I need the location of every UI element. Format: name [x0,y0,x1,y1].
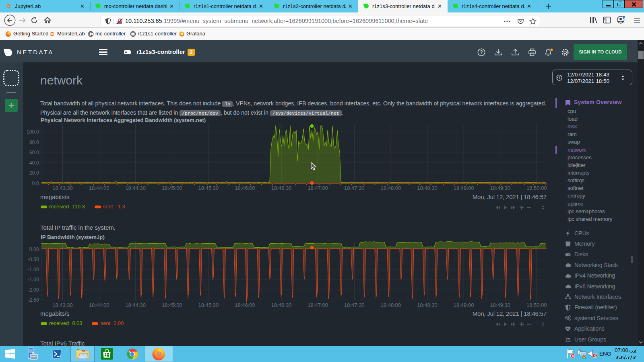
svg-text:18:49:00: 18:49:00 [454,185,474,191]
svg-text:18:46:00: 18:46:00 [235,302,255,308]
svg-text:18:43:30: 18:43:30 [52,302,73,308]
svg-text:-1.50: -1.50 [28,277,39,282]
svg-text:100.0: 100.0 [27,129,39,135]
svg-text:18:43:30: 18:43:30 [52,185,73,191]
svg-text:18:48:30: 18:48:30 [417,185,438,191]
svg-text:20.0: 20.0 [29,170,39,176]
svg-text:18:45:30: 18:45:30 [198,302,219,308]
svg-text:18:44:00: 18:44:00 [89,185,109,191]
svg-text:-2.50: -2.50 [28,297,39,303]
svg-text:18:45:00: 18:45:00 [162,185,182,191]
svg-text:40.0: 40.0 [29,160,39,166]
svg-text:18:48:00: 18:48:00 [381,185,401,191]
svg-text:18:45:30: 18:45:30 [198,185,219,191]
svg-text:18:44:30: 18:44:30 [125,185,146,191]
svg-text:18:44:30: 18:44:30 [125,302,146,308]
svg-text:18:49:30: 18:49:30 [490,185,510,191]
svg-text:-1.00: -1.00 [28,267,39,272]
svg-text:18:46:00: 18:46:00 [235,185,255,191]
svg-text:18:45:00: 18:45:00 [162,302,182,308]
svg-text:60.0: 60.0 [29,150,39,155]
svg-text:18:47:30: 18:47:30 [344,185,365,191]
svg-text:18:50:00: 18:50:00 [526,302,547,308]
svg-text:-0.50: -0.50 [28,257,39,262]
svg-text:-2.00: -2.00 [28,287,39,293]
svg-text:18:48:00: 18:48:00 [381,302,401,308]
svg-text:0.00: 0.00 [29,247,39,252]
svg-text:18:49:00: 18:49:00 [454,302,474,308]
svg-text:18:47:00: 18:47:00 [308,302,328,308]
svg-text:80.0: 80.0 [29,140,39,145]
svg-text:18:46:30: 18:46:30 [271,302,292,308]
svg-text:?: ? [480,49,483,55]
svg-text:18:47:30: 18:47:30 [344,302,365,308]
svg-text:18:49:30: 18:49:30 [490,302,510,308]
svg-text:18:47:00: 18:47:00 [308,185,328,191]
svg-text:0.0: 0.0 [32,181,39,186]
svg-text:18:44:00: 18:44:00 [89,302,109,308]
svg-text:18:48:30: 18:48:30 [417,302,438,308]
svg-text:18:50:00: 18:50:00 [526,185,547,191]
svg-text:18:46:30: 18:46:30 [271,185,292,191]
